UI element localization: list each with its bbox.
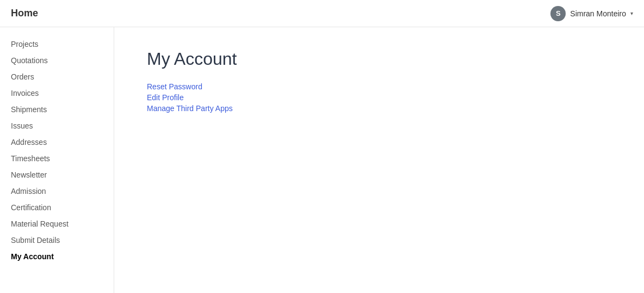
- link-reset-password[interactable]: Reset Password: [147, 82, 611, 91]
- sidebar-item-invoices[interactable]: Invoices: [0, 85, 114, 101]
- navbar: Home S Simran Monteiro ▾: [0, 0, 644, 27]
- navbar-brand: Home: [11, 8, 38, 19]
- account-links: Reset PasswordEdit ProfileManage Third P…: [147, 82, 611, 113]
- sidebar-item-addresses[interactable]: Addresses: [0, 134, 114, 150]
- sidebar-item-my-account[interactable]: My Account: [0, 248, 114, 265]
- sidebar-item-quotations[interactable]: Quotations: [0, 52, 114, 69]
- page-title: My Account: [147, 49, 611, 69]
- sidebar: ProjectsQuotationsOrdersInvoicesShipment…: [0, 27, 114, 293]
- sidebar-item-orders[interactable]: Orders: [0, 69, 114, 85]
- sidebar-item-shipments[interactable]: Shipments: [0, 101, 114, 118]
- user-menu[interactable]: S Simran Monteiro ▾: [550, 6, 633, 21]
- user-avatar: S: [550, 6, 566, 21]
- sidebar-item-material-request[interactable]: Material Request: [0, 216, 114, 232]
- main-content: My Account Reset PasswordEdit ProfileMan…: [114, 27, 644, 293]
- sidebar-item-submit-details[interactable]: Submit Details: [0, 232, 114, 248]
- sidebar-item-projects[interactable]: Projects: [0, 36, 114, 52]
- chevron-down-icon: ▾: [630, 10, 633, 16]
- user-name: Simran Monteiro: [570, 9, 626, 18]
- link-edit-profile[interactable]: Edit Profile: [147, 93, 611, 102]
- sidebar-item-certification[interactable]: Certification: [0, 199, 114, 216]
- link-manage-third-party-apps[interactable]: Manage Third Party Apps: [147, 104, 611, 113]
- main-layout: ProjectsQuotationsOrdersInvoicesShipment…: [0, 27, 644, 293]
- sidebar-item-newsletter[interactable]: Newsletter: [0, 167, 114, 183]
- sidebar-item-issues[interactable]: Issues: [0, 118, 114, 134]
- sidebar-item-admission[interactable]: Admission: [0, 183, 114, 199]
- sidebar-item-timesheets[interactable]: Timesheets: [0, 150, 114, 167]
